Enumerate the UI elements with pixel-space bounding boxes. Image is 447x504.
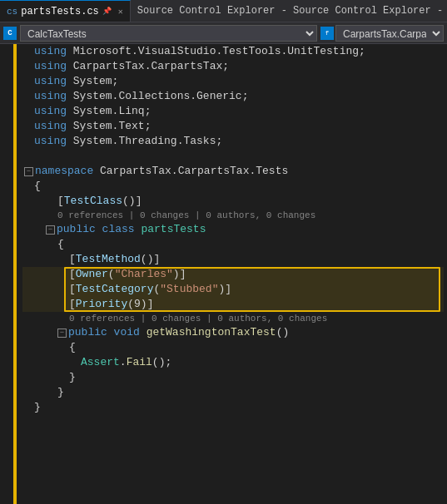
disconnected-label: Source Control Explorer - Disconnected bbox=[293, 5, 447, 17]
code-line: − public class partsTests bbox=[22, 222, 444, 237]
tab-partsTests[interactable]: cs partsTests.cs 📌 ✕ bbox=[0, 0, 131, 22]
code-line: [TestCategory("Stubbed")] bbox=[22, 282, 444, 297]
tab-bar: cs partsTests.cs 📌 ✕ Source Control Expl… bbox=[0, 0, 447, 22]
ref-line: 0 references | 0 changes | 0 authors, 0 … bbox=[22, 312, 444, 325]
tab-label: Source Control Explorer - Source Control… bbox=[137, 5, 447, 17]
highlight-region: [Owner("Charles")] [TestCategory("Stubbe… bbox=[22, 267, 444, 312]
code-line bbox=[22, 149, 444, 164]
code-content[interactable]: using Microsoft.VisualStudio.TestTools.U… bbox=[17, 44, 447, 504]
code-line: { bbox=[22, 340, 444, 355]
code-line: { bbox=[22, 237, 444, 252]
code-line: { bbox=[22, 179, 444, 194]
code-line: using System.Linq; bbox=[22, 104, 444, 119]
collapse-btn[interactable]: − bbox=[57, 329, 67, 338]
code-line: [TestClass()] bbox=[22, 194, 444, 209]
tab-source-control[interactable]: Source Control Explorer - Source Control… bbox=[131, 0, 447, 22]
collapse-btn[interactable]: − bbox=[46, 225, 55, 235]
collapse-btn[interactable]: − bbox=[24, 167, 33, 176]
file-icon: cs bbox=[7, 7, 17, 17]
change-indicator bbox=[13, 44, 17, 504]
code-line: using System.Text; bbox=[22, 119, 444, 134]
code-line: using Microsoft.VisualStudio.TestTools.U… bbox=[22, 44, 444, 59]
member-dropdown[interactable]: CarpartsTax.Carpar... bbox=[335, 25, 444, 42]
code-line: [TestMethod()] bbox=[22, 252, 444, 267]
close-icon[interactable]: ✕ bbox=[118, 7, 123, 17]
ide-window: cs partsTests.cs 📌 ✕ Source Control Expl… bbox=[0, 0, 447, 504]
code-line: using System.Collections.Generic; bbox=[22, 89, 444, 104]
ref-line: 0 references | 0 changes | 0 authors, 0 … bbox=[22, 209, 444, 222]
code-line: [Owner("Charles")] bbox=[22, 267, 444, 282]
dropdown-bar: C CalcTaxTests f CarpartsTax.Carpar... bbox=[0, 22, 447, 44]
class-dropdown[interactable]: CalcTaxTests bbox=[20, 25, 317, 42]
code-line: [Priority(9)] bbox=[22, 297, 444, 312]
code-line: } bbox=[22, 370, 444, 385]
tab-label: partsTests.cs bbox=[21, 6, 99, 17]
gutter bbox=[0, 44, 13, 504]
member-selector: f CarpartsTax.Carpar... bbox=[320, 25, 444, 42]
code-editor: using Microsoft.VisualStudio.TestTools.U… bbox=[0, 44, 447, 504]
class-icon: C bbox=[3, 27, 17, 40]
code-line: } bbox=[22, 400, 444, 415]
code-line: − namespace CarpartsTax.CarpartsTax.Test… bbox=[22, 164, 444, 179]
code-line: using System.Threading.Tasks; bbox=[22, 134, 444, 149]
code-line: using CarpartsTax.CarpartsTax; bbox=[22, 59, 444, 74]
code-line: Assert.Fail(); bbox=[22, 355, 444, 370]
code-line: using System; bbox=[22, 74, 444, 89]
tab-pin-icon: 📌 bbox=[102, 7, 112, 16]
member-icon: f bbox=[320, 27, 334, 40]
code-line: } bbox=[22, 385, 444, 400]
code-line: − public void getWashingtonTaxTest() bbox=[22, 325, 444, 340]
